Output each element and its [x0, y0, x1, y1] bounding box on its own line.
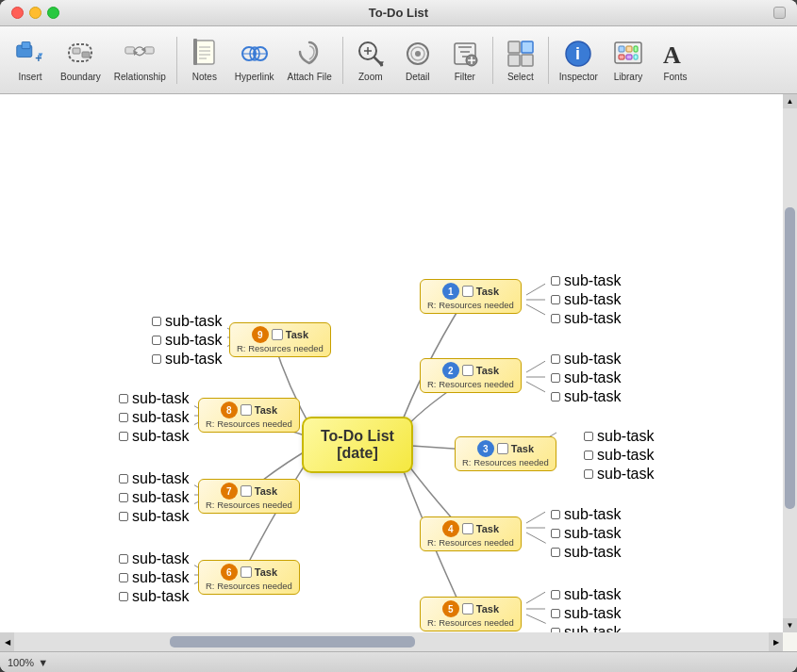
scroll-left-arrow[interactable]: ◀: [0, 632, 14, 651]
subtask-2-2[interactable]: sub-task: [545, 368, 626, 388]
toolbar-notes[interactable]: Notes: [182, 31, 227, 90]
scroll-down-arrow[interactable]: ▼: [783, 618, 797, 632]
subtask-label: sub-task: [564, 272, 621, 289]
toolbar-boundary[interactable]: Boundary: [55, 31, 107, 90]
subtask-1-3[interactable]: sub-task: [545, 308, 626, 329]
subtask-9-3[interactable]: sub-task: [146, 349, 227, 369]
scrollbar-horizontal[interactable]: ◀ ▶: [0, 632, 783, 651]
subtask-5-3[interactable]: sub-task: [545, 622, 626, 632]
subtask-4-2[interactable]: sub-task: [545, 523, 626, 544]
subtask-8-2[interactable]: sub-task: [113, 407, 194, 428]
subtask-2-1[interactable]: sub-task: [545, 349, 626, 369]
toolbar-zoom[interactable]: ▼ Zoom: [348, 31, 393, 90]
toolbar-inspector[interactable]: i Inspector: [554, 31, 604, 90]
subtask-6-3[interactable]: sub-task: [113, 586, 194, 607]
scroll-thumb-v[interactable]: [785, 207, 795, 509]
subtask-8-1[interactable]: sub-task: [113, 388, 194, 409]
task-label-5: Task: [476, 603, 499, 615]
toolbar: + ▼ Insert Boundary: [0, 26, 797, 94]
subtask-7-2[interactable]: sub-task: [113, 487, 194, 508]
svg-line-62: [526, 615, 547, 624]
subtask-1-1[interactable]: sub-task: [545, 270, 626, 291]
checkbox: [551, 295, 560, 304]
toolbar-detail[interactable]: Detail: [395, 31, 440, 90]
window-zoom-button[interactable]: [773, 7, 786, 19]
subtask-1-2[interactable]: sub-task: [545, 289, 626, 310]
subtask-6-2[interactable]: sub-task: [113, 567, 194, 588]
scroll-thumb-h[interactable]: [170, 636, 415, 647]
boundary-icon: [65, 39, 95, 69]
inspector-icon: i: [563, 39, 593, 69]
svg-rect-9: [195, 41, 214, 64]
svg-rect-6: [82, 52, 90, 57]
task-badge-8: 8: [221, 402, 238, 418]
scroll-up-arrow[interactable]: ▲: [783, 94, 797, 108]
toolbar-hyperlink[interactable]: Hyperlink: [229, 31, 280, 90]
subtask-7-3[interactable]: sub-task: [113, 506, 194, 527]
task-node-8[interactable]: 8 Task R: Resources needed: [198, 398, 300, 433]
zoom-dropdown-arrow[interactable]: ▼: [38, 657, 48, 668]
task-node-7[interactable]: 7 Task R: Resources needed: [198, 479, 300, 514]
scrollbar-vertical[interactable]: ▲ ▼: [783, 94, 797, 632]
subtask-4-3[interactable]: sub-task: [545, 542, 626, 563]
maximize-button[interactable]: [47, 7, 59, 19]
toolbar-attach-file[interactable]: Attach File: [282, 31, 338, 90]
separator-4: [548, 37, 549, 84]
subtask-7-1[interactable]: sub-task: [113, 468, 194, 489]
minimize-button[interactable]: [29, 7, 42, 19]
subtask-9-1[interactable]: sub-task: [146, 311, 227, 332]
toolbar-select[interactable]: Select: [498, 31, 543, 90]
toolbar-library[interactable]: Library: [606, 31, 651, 90]
svg-rect-7: [125, 46, 135, 53]
svg-line-53: [526, 382, 547, 393]
subtask-6-1[interactable]: sub-task: [113, 549, 194, 569]
subtask-9-2[interactable]: sub-task: [146, 330, 227, 351]
task-node-1[interactable]: 1 Task R: Resources needed: [420, 279, 522, 314]
subtask-4-1[interactable]: sub-task: [545, 504, 626, 525]
checkbox: [584, 451, 593, 460]
subtask-3-1[interactable]: sub-task: [578, 426, 659, 447]
scroll-right-arrow[interactable]: ▶: [769, 632, 783, 651]
task-node-2[interactable]: 2 Task R: Resources needed: [420, 358, 522, 393]
svg-line-57: [526, 511, 547, 523]
subtask-label: sub-task: [597, 466, 654, 483]
subtask-label: sub-task: [132, 390, 189, 407]
toolbar-fonts[interactable]: A Fonts: [653, 31, 698, 90]
subtask-label: sub-task: [132, 550, 189, 567]
checkbox: [551, 354, 560, 364]
toolbar-insert[interactable]: + ▼ Insert: [8, 31, 53, 90]
checkbox: [551, 609, 560, 618]
toolbar-filter[interactable]: Filter: [442, 31, 488, 90]
task-node-5[interactable]: 5 Task R: Resources needed: [420, 597, 522, 631]
close-button[interactable]: [11, 7, 24, 19]
zoom-control[interactable]: 100% ▼: [8, 657, 48, 668]
task-node-4[interactable]: 4 Task R: Resources needed: [420, 516, 522, 551]
detail-label: Detail: [406, 72, 430, 82]
subtask-8-3[interactable]: sub-task: [113, 426, 194, 447]
subtask-2-3[interactable]: sub-task: [545, 386, 626, 407]
library-icon: [613, 39, 643, 69]
center-node[interactable]: To-Do List [date]: [302, 417, 413, 473]
svg-text:▼: ▼: [37, 50, 44, 58]
subtask-3-3[interactable]: sub-task: [578, 464, 659, 484]
subtask-label: sub-task: [564, 586, 621, 603]
task-node-6[interactable]: 6 Task R: Resources needed: [198, 560, 300, 595]
task-node-3[interactable]: 3 Task R: Resources needed: [455, 436, 556, 471]
subtask-5-2[interactable]: sub-task: [545, 603, 626, 624]
svg-line-51: [526, 360, 547, 372]
toolbar-relationship[interactable]: Relationship: [108, 31, 172, 90]
checkbox: [119, 573, 128, 582]
subtask-5-1[interactable]: sub-task: [545, 584, 626, 605]
task-sub-8: R: Resources needed: [206, 418, 292, 429]
subtask-3-2[interactable]: sub-task: [578, 445, 659, 466]
checkbox: [119, 554, 128, 564]
svg-rect-36: [508, 55, 520, 66]
checkbox: [551, 548, 560, 557]
task-node-9[interactable]: 9 Task R: Resources needed: [229, 322, 331, 357]
fonts-label: Fonts: [663, 72, 687, 82]
svg-rect-41: [619, 46, 624, 52]
canvas[interactable]: To-Do List [date] 1 Task R: Resources ne…: [0, 94, 783, 632]
checkbox: [152, 354, 161, 364]
checkbox: [551, 276, 560, 286]
separator-3: [492, 37, 493, 84]
